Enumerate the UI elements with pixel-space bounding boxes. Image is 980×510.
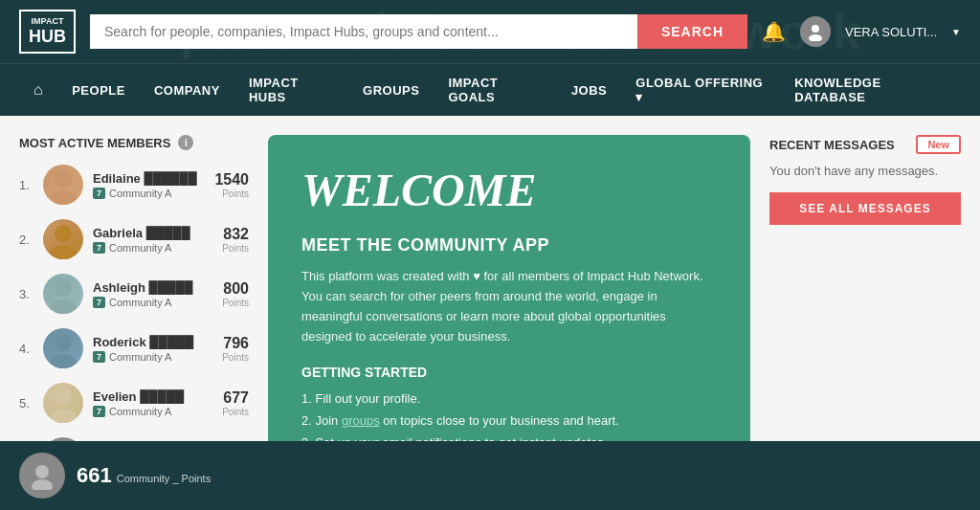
list-item: 2. Gabriela █████ 7 Community A 832 Poin… [19,219,249,259]
bottom-bar: 661 Community _ Points [0,441,980,510]
points-label: Points [222,298,249,308]
bottom-bar-info: 661 Community _ Points [77,463,211,488]
svg-point-10 [55,388,72,406]
member-rank: 3. [19,287,33,301]
svg-point-4 [55,225,72,242]
svg-point-2 [55,170,72,188]
avatar[interactable] [43,383,83,423]
user-dropdown-arrow[interactable]: ▼ [951,27,961,37]
svg-point-9 [50,354,77,368]
svg-point-11 [50,409,77,423]
svg-point-6 [55,279,72,297]
welcome-title: WELCOME [301,164,717,216]
list-item: 4. Roderick █████ 7 Community A 796 Poin… [19,328,249,368]
member-rank: 2. [19,233,33,247]
avatar[interactable] [43,219,83,259]
see-all-messages-button[interactable]: SEE ALL MESSAGES [769,192,961,225]
logo-hub: HUB [29,27,66,48]
community-name: Community A [109,406,171,417]
member-info: Roderick █████ 7 Community A [93,335,212,363]
member-info: Gabriela █████ 7 Community A [93,226,212,254]
nav-people[interactable]: PEOPLE [57,72,140,109]
nav-global-offering[interactable]: GLOBAL OFFERING ▾ [621,64,780,116]
getting-started-title: GETTING STARTED [301,365,717,380]
welcome-description: This platform was created with ♥ for all… [301,267,717,346]
community-badge: 7 [93,242,105,254]
bottom-bar-avatar [19,453,65,499]
search-bar: SEARCH [90,14,747,49]
svg-point-0 [812,25,819,33]
points-number: 1540 [214,171,249,188]
info-icon[interactable]: i [178,135,193,150]
step-1: 1. Fill out your profile. [301,388,717,410]
member-rank: 5. [19,396,33,410]
svg-point-7 [50,299,77,314]
step-2: 2. Join groups on topics close to your b… [301,410,717,432]
main-nav: ⌂ PEOPLE COMPANY IMPACT HUBS GROUPS IMPA… [0,63,980,116]
member-name[interactable]: Ashleigh █████ [93,280,198,295]
community-badge: 7 [93,351,105,363]
member-points: 800 Points [222,280,249,308]
new-badge: New [916,135,961,154]
member-points: 832 Points [222,226,249,254]
search-input[interactable] [90,14,637,49]
member-community: 7 Community A [93,351,212,363]
avatar[interactable] [43,274,83,314]
header: Impact Hub Connect Network IMPACT HUB SE… [0,0,980,63]
logo-impact: IMPACT [29,16,66,27]
community-name: Community A [109,188,171,199]
member-name[interactable]: Gabriela █████ [93,226,198,240]
groups-link[interactable]: groups [342,413,380,428]
points-label: Points [222,243,249,254]
points-number: 800 [222,280,249,298]
list-item: 5. Evelien █████ 7 Community A 677 Point… [19,383,249,423]
community-badge: 7 [93,188,105,199]
search-button[interactable]: SEARCH [637,14,747,49]
points-label: Points [222,407,249,417]
bottom-bar-points-row: 661 Community _ Points [77,463,211,488]
svg-point-14 [35,465,49,478]
member-name[interactable]: Edilaine ██████ [93,171,198,186]
community-name: Community A [109,242,171,254]
points-number: 832 [222,226,249,243]
community-name: Community A [109,297,171,308]
member-name[interactable]: Roderick █████ [93,335,198,349]
member-info: Evelien █████ 7 Community A [93,389,212,417]
svg-point-3 [50,190,77,205]
member-name[interactable]: Evelien █████ [93,389,198,404]
user-avatar [800,16,831,47]
nav-knowledge-database[interactable]: KNOWLEDGE DATABASE [780,64,961,116]
member-points: 796 Points [222,335,249,363]
user-name[interactable]: VERA SOLUTI... [845,25,937,39]
avatar[interactable] [43,328,83,368]
member-info: Edilaine ██████ 7 Community A [93,171,205,199]
bell-icon[interactable]: 🔔 [762,20,786,43]
list-item: 3. Ashleigh █████ 7 Community A 800 Poin… [19,274,249,314]
nav-impact-goals[interactable]: IMPACT GOALS [434,64,556,116]
member-points: 1540 Points [214,171,249,199]
member-community: 7 Community A [93,188,205,199]
recent-messages-title: RECENT MESSAGES [769,138,895,152]
nav-impact-hubs[interactable]: IMPACT HUBS [234,64,348,116]
points-label: Points [214,188,249,199]
bottom-bar-number: 661 [77,463,112,488]
nav-company[interactable]: COMPANY [140,72,234,109]
bottom-bar-label: Community _ Points [117,473,211,484]
nav-groups[interactable]: GROUPS [348,72,434,109]
points-label: Points [222,352,249,363]
member-community: 7 Community A [93,242,212,254]
header-right: 🔔 VERA SOLUTI... ▼ [762,16,961,47]
member-points: 677 Points [222,389,249,417]
svg-point-15 [32,479,53,490]
points-number: 677 [222,389,249,407]
logo[interactable]: IMPACT HUB [19,10,76,54]
list-item: 1. Edilaine ██████ 7 Community A 1540 Po… [19,165,249,205]
nav-home[interactable]: ⌂ [19,70,57,110]
nav-jobs[interactable]: JOBS [557,72,621,109]
most-active-members-title: MOST ACTIVE MEMBERS i [19,135,249,150]
community-name: Community A [109,351,171,363]
community-badge: 7 [93,297,105,308]
member-community: 7 Community A [93,297,212,308]
avatar[interactable] [43,165,83,205]
svg-point-8 [55,334,72,351]
